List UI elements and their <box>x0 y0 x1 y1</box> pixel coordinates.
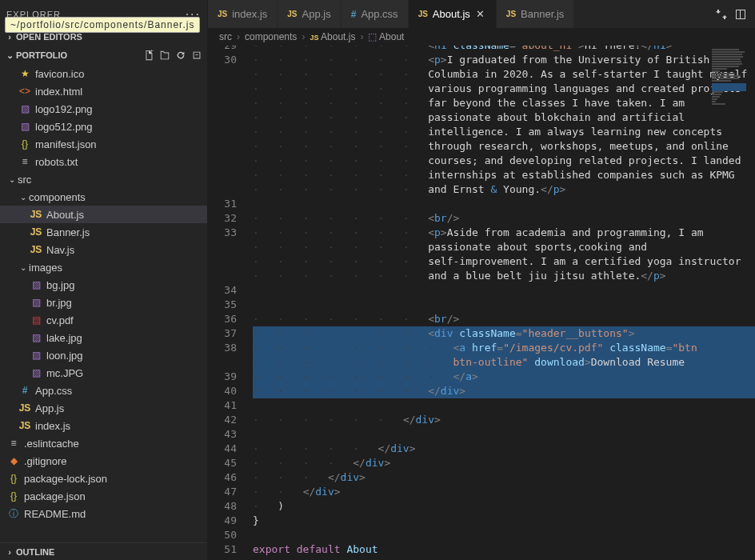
editor-tab[interactable]: #App.css <box>342 0 409 28</box>
code-line[interactable]: · · · · · · · <div className="header__bu… <box>253 326 755 341</box>
code-line[interactable]: · · · · · · · Columbia in 2020. As a sel… <box>253 67 755 82</box>
file-tree-item[interactable]: ⌄images <box>0 258 207 276</box>
code-line[interactable] <box>253 398 755 413</box>
code-line[interactable]: · · · · · · · · </a> <box>253 370 755 384</box>
code-line[interactable]: · · · · · · · </div> <box>253 384 755 398</box>
code-line[interactable] <box>253 528 755 542</box>
code-line[interactable]: · · · · · · · intelligence. I am always … <box>253 125 755 139</box>
code-line[interactable]: · ) <box>253 499 755 514</box>
file-tree-item[interactable]: ▨logo512.png <box>0 118 207 135</box>
code-line[interactable] <box>253 197 755 211</box>
file-tree-item[interactable]: JSAbout.js <box>0 206 207 223</box>
code-line[interactable] <box>253 283 755 298</box>
code-line[interactable]: · · · · · · · passionate about blokchain… <box>253 110 755 125</box>
file-icon: # <box>18 385 32 396</box>
file-icon: ▨ <box>29 350 43 361</box>
code-line[interactable]: } <box>253 514 755 528</box>
file-tree-item[interactable]: ⌄components <box>0 188 207 206</box>
code-line[interactable]: · · · · · </div> <box>253 442 755 456</box>
code-line[interactable]: · · · · · · · courses; and developing re… <box>253 154 755 168</box>
editor-tab[interactable]: JSApp.js <box>278 0 341 28</box>
js-icon: JS <box>506 10 516 18</box>
file-tree-item[interactable]: #App.css <box>0 382 207 399</box>
file-icon: ▤ <box>29 314 43 326</box>
code-line[interactable] <box>253 427 755 442</box>
explorer-header: EXPLORER ··· ~/portfolio/src/components/… <box>0 0 207 28</box>
file-tree-item[interactable]: ▤cv.pdf <box>0 311 207 329</box>
file-tree-item[interactable]: <>index.html <box>0 82 207 100</box>
code-line[interactable]: · · · · · · · far beyond the classes I h… <box>253 96 755 110</box>
breadcrumb-segment[interactable]: components <box>245 31 297 42</box>
code-line[interactable]: · · · · · · · self-improvement. I am a c… <box>253 254 755 269</box>
minimap[interactable] <box>707 46 755 190</box>
file-tree-item[interactable]: ▨mc.JPG <box>0 364 207 382</box>
code-line[interactable]: export default About <box>253 542 755 557</box>
close-icon[interactable]: ✕ <box>475 8 486 20</box>
code-line[interactable]: · · · · · · · <p>I graduated from the Un… <box>253 53 755 67</box>
file-tree-item[interactable]: ≡.eslintcache <box>0 434 207 452</box>
breadcrumb-segment[interactable]: src <box>219 31 232 42</box>
file-tree-item[interactable]: {}manifest.json <box>0 135 207 153</box>
file-tree-item[interactable]: ▨logo192.png <box>0 100 207 118</box>
outline-section[interactable]: › OUTLINE <box>0 542 207 560</box>
file-tree-item[interactable]: JSindex.js <box>0 417 207 434</box>
code-line[interactable] <box>253 298 755 312</box>
code-line[interactable]: · · · · · · · · <a href="/images/cv.pdf"… <box>253 341 755 355</box>
file-icon: {} <box>6 473 21 484</box>
file-icon: JS <box>18 402 32 414</box>
code-line[interactable]: · · · · · · </div> <box>253 413 755 427</box>
compare-icon[interactable] <box>715 8 728 21</box>
project-section-header[interactable]: ⌄ PORTFOLIO <box>0 46 207 65</box>
code-line[interactable]: · · · · · · · <br/> <box>253 312 755 326</box>
code-line[interactable]: · · · · · · · and Ernst & Young.</p> <box>253 182 755 197</box>
sidebar: EXPLORER ··· ~/portfolio/src/components/… <box>0 0 208 560</box>
tree-item-label: index.html <box>35 86 82 98</box>
file-tree-item[interactable]: ⌄src <box>0 170 207 188</box>
code-line[interactable]: · · · · · · · through research, workshop… <box>253 139 755 154</box>
code-line[interactable]: · · · · · · · <h1 className="about_hi">H… <box>253 46 755 53</box>
file-tree-item[interactable]: ⓘREADME.md <box>0 505 207 522</box>
file-tree-item[interactable]: ◆.gitignore <box>0 452 207 470</box>
file-icon: JS <box>29 209 43 220</box>
file-tree-item[interactable]: ≡robots.txt <box>0 153 207 170</box>
tree-item-label: App.css <box>35 385 72 397</box>
code-line[interactable]: · · · </div> <box>253 470 755 485</box>
code-line[interactable]: · · </div> <box>253 485 755 499</box>
file-tree-item[interactable]: ▨lake.jpg <box>0 329 207 346</box>
split-editor-icon[interactable] <box>734 8 747 21</box>
collapse-all-icon[interactable] <box>190 48 204 62</box>
file-tree-item[interactable]: {}package.json <box>0 487 207 505</box>
file-tree-item[interactable]: ★favicon.ico <box>0 65 207 82</box>
breadcrumb-segment[interactable]: ⬚ About <box>368 31 404 42</box>
editor-tab[interactable]: JSAbout.js✕ <box>409 0 497 28</box>
code-line[interactable]: · · · · · · · passionate about sports,co… <box>253 240 755 254</box>
code-line[interactable]: · · · · </div> <box>253 456 755 470</box>
breadcrumb-separator: › <box>302 31 305 42</box>
code-line[interactable]: · · · · · · · various programming langua… <box>253 82 755 96</box>
new-folder-icon[interactable] <box>158 48 172 62</box>
file-tree-item[interactable]: JSBanner.js <box>0 223 207 241</box>
file-tree-item[interactable]: {}package-lock.json <box>0 470 207 487</box>
code-line[interactable]: · · · · · · · <p>Aside from academia and… <box>253 226 755 240</box>
new-file-icon[interactable] <box>142 48 156 62</box>
file-tree-item[interactable]: ▨br.jpg <box>0 294 207 311</box>
code-area[interactable]: · · · · · · · <h1 className="about_hi">H… <box>253 46 755 560</box>
code-line[interactable]: · · · · · · · · btn-outline" download>Do… <box>253 355 755 370</box>
breadcrumb[interactable]: src›components›JS About.js›⬚ About <box>208 28 755 46</box>
file-tree-item[interactable]: JSApp.js <box>0 399 207 417</box>
file-tree-item[interactable]: ▨bg.jpg <box>0 276 207 294</box>
code-line[interactable]: · · · · · · · <br/> <box>253 211 755 226</box>
refresh-icon[interactable] <box>174 48 188 62</box>
code-editor[interactable]: 2930313233343536373839404142434445464748… <box>208 46 755 560</box>
code-line[interactable]: · · · · · · · and a blue belt jiu jitsu … <box>253 269 755 283</box>
tab-label: App.js <box>302 8 331 20</box>
breadcrumb-segment[interactable]: JS About.js <box>310 31 355 42</box>
file-tree-item[interactable]: JSNav.js <box>0 241 207 258</box>
chevron-down-icon: ⌄ <box>18 263 29 272</box>
file-tree-item[interactable]: ▨loon.jpg <box>0 346 207 364</box>
tree-item-label: manifest.json <box>35 138 97 150</box>
code-line[interactable]: · · · · · · · internships at established… <box>253 168 755 182</box>
editor-tab[interactable]: JSBanner.js <box>497 0 574 28</box>
editor-tab[interactable]: JSindex.js <box>208 0 278 28</box>
file-icon: ▨ <box>29 279 43 290</box>
